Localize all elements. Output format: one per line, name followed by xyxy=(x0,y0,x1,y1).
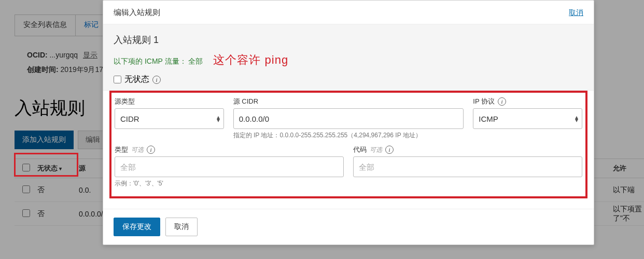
code-label: 代码 xyxy=(353,145,367,154)
source-cidr-input[interactable] xyxy=(233,108,464,129)
code-input[interactable] xyxy=(353,156,582,177)
modal-title: 编辑入站规则 xyxy=(114,8,160,18)
optional-marker: 可选 xyxy=(131,146,144,154)
source-cidr-label: 源 CIDR xyxy=(233,97,464,106)
source-type-select[interactable]: CIDR xyxy=(115,108,224,129)
icmp-traffic-prefix: 以下项的 ICMP 流量： xyxy=(114,57,187,65)
edit-ingress-rule-modal: 编辑入站规则 取消 入站规则 1 以下项的 ICMP 流量： 全部 这个容许 p… xyxy=(103,0,594,245)
ip-protocol-label: IP 协议 xyxy=(473,97,495,106)
modal-cancel-link[interactable]: 取消 xyxy=(569,8,583,18)
rule-number-title: 入站规则 1 xyxy=(114,34,583,46)
modal-footer: 保存更改 取消 xyxy=(103,209,594,244)
info-icon[interactable]: i xyxy=(385,146,394,154)
icmp-traffic-value: 全部 xyxy=(188,57,203,65)
info-icon[interactable]: i xyxy=(147,146,155,154)
source-type-label: 源类型 xyxy=(115,97,224,106)
annotation-text: 这个容许 ping xyxy=(213,52,288,68)
stateless-label: 无状态 xyxy=(124,74,149,85)
annotation-highlight-form: 源类型 CIDR ▴▾ 源 CIDR 指定的 IP 地址：0.0.0.0-255… xyxy=(109,91,587,198)
info-icon[interactable]: i xyxy=(152,76,161,84)
rule-section-header: 入站规则 1 以下项的 ICMP 流量： 全部 这个容许 ping 无状态 i xyxy=(103,24,594,91)
type-label: 类型 xyxy=(115,145,128,154)
cidr-hint: 指定的 IP 地址：0.0.0.0-255.255.255.255（4,294,… xyxy=(233,131,464,140)
stateless-checkbox[interactable] xyxy=(114,76,121,83)
type-input[interactable] xyxy=(115,156,344,177)
ip-protocol-select[interactable]: ICMP xyxy=(473,108,582,129)
optional-marker: 可选 xyxy=(370,146,382,154)
type-example-hint: 示例：'0'、'3'、'5' xyxy=(115,179,344,188)
modal-header: 编辑入站规则 取消 xyxy=(103,1,594,24)
modal-body: 入站规则 1 以下项的 ICMP 流量： 全部 这个容许 ping 无状态 i … xyxy=(103,24,594,209)
info-icon[interactable]: i xyxy=(498,97,506,106)
save-changes-button[interactable]: 保存更改 xyxy=(114,218,160,236)
cancel-button[interactable]: 取消 xyxy=(165,218,198,236)
